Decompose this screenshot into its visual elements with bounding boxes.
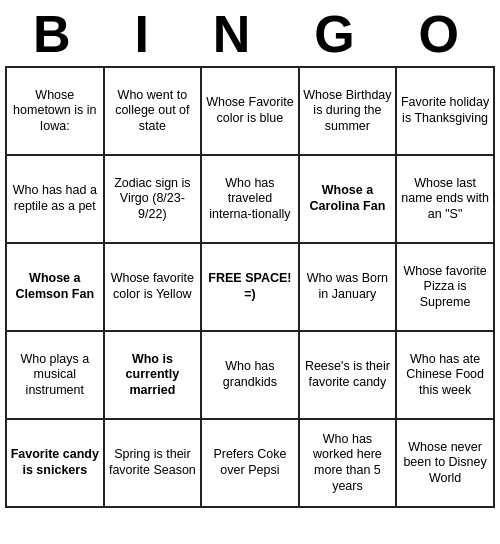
cell-1-4: Whose last name ends with an "S"	[396, 155, 494, 243]
cell-2-3: Who was Born in January	[299, 243, 397, 331]
cell-4-0: Favorite candy is snickers	[6, 419, 104, 507]
cell-4-3: Who has worked here more than 5 years	[299, 419, 397, 507]
cell-0-1: Who went to college out of state	[104, 67, 202, 155]
letter-b: B	[33, 4, 79, 64]
bingo-title: B I N G O	[5, 0, 495, 66]
cell-3-0: Who plays a musical instrument	[6, 331, 104, 419]
cell-2-0: Whose a Clemson Fan	[6, 243, 104, 331]
cell-3-1: Who is currently married	[104, 331, 202, 419]
cell-3-4: Who has ate Chinese Food this week	[396, 331, 494, 419]
cell-3-2: Who has grandkids	[201, 331, 299, 419]
cell-3-3: Reese's is their favorite candy	[299, 331, 397, 419]
cell-2-4: Whose favorite Pizza is Supreme	[396, 243, 494, 331]
letter-i: I	[134, 4, 156, 64]
cell-0-3: Whose Birthday is during the summer	[299, 67, 397, 155]
cell-2-2: FREE SPACE! =)	[201, 243, 299, 331]
cell-1-0: Who has had a reptile as a pet	[6, 155, 104, 243]
cell-0-2: Whose Favorite color is blue	[201, 67, 299, 155]
cell-0-0: Whose hometown is in Iowa:	[6, 67, 104, 155]
bingo-grid: Whose hometown is in Iowa:Who went to co…	[5, 66, 495, 508]
cell-1-3: Whose a Carolina Fan	[299, 155, 397, 243]
cell-0-4: Favorite holiday is Thanksgiving	[396, 67, 494, 155]
letter-n: N	[213, 4, 259, 64]
cell-2-1: Whose favorite color is Yellow	[104, 243, 202, 331]
cell-1-2: Who has traveled interna-tionally	[201, 155, 299, 243]
cell-1-1: Zodiac sign is Virgo (8/23-9/22)	[104, 155, 202, 243]
letter-g: G	[314, 4, 362, 64]
cell-4-1: Spring is their favorite Season	[104, 419, 202, 507]
letter-o: O	[419, 4, 467, 64]
cell-4-4: Whose never been to Disney World	[396, 419, 494, 507]
cell-4-2: Prefers Coke over Pepsi	[201, 419, 299, 507]
